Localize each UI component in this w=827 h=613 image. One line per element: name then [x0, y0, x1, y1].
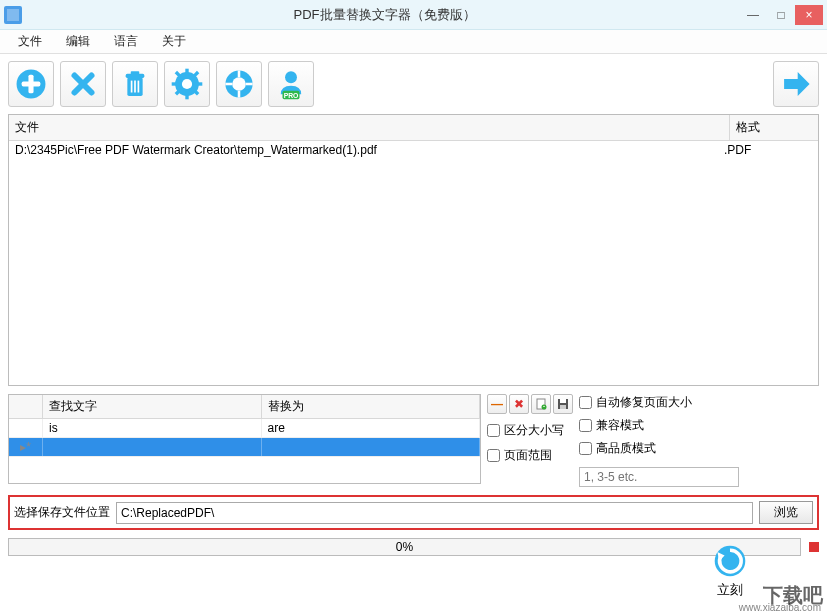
svg-point-22 — [232, 77, 246, 91]
help-button[interactable] — [216, 61, 262, 107]
compat-label: 兼容模式 — [596, 417, 644, 434]
auto-fix-label: 自动修复页面大小 — [596, 394, 692, 411]
auto-fix-check[interactable]: 自动修复页面大小 — [579, 394, 739, 411]
x-icon — [66, 67, 100, 101]
remove-button[interactable] — [60, 61, 106, 107]
watermark-url: www.xiazaiba.com — [739, 602, 821, 613]
next-button[interactable] — [773, 61, 819, 107]
find-cell-new[interactable] — [43, 438, 262, 456]
svg-point-12 — [182, 79, 192, 89]
menubar: 文件 编辑 语言 关于 — [0, 30, 827, 54]
svg-text:PRO: PRO — [284, 92, 299, 99]
page-range-checkbox[interactable] — [487, 449, 500, 462]
settings-button[interactable] — [164, 61, 210, 107]
browse-button[interactable]: 浏览 — [759, 501, 813, 524]
pro-button[interactable]: PRO — [268, 61, 314, 107]
svg-point-27 — [285, 71, 297, 83]
page-range-check[interactable]: 页面范围 — [487, 447, 573, 464]
app-icon — [4, 6, 22, 24]
find-cell[interactable]: is — [43, 419, 262, 437]
file-list: 文件 格式 D:\2345Pic\Free PDF Watermark Crea… — [8, 114, 819, 386]
minimize-button[interactable]: — — [739, 5, 767, 25]
replace-header-grip — [9, 395, 43, 418]
auto-fix-checkbox[interactable] — [579, 396, 592, 409]
hq-check[interactable]: 高品质模式 — [579, 440, 739, 457]
gear-icon — [170, 67, 204, 101]
titlebar: PDF批量替换文字器（免费版） — □ × — [0, 0, 827, 30]
refresh-icon — [712, 543, 748, 579]
mini-save-button[interactable] — [553, 394, 573, 414]
replace-row[interactable]: is are — [9, 419, 480, 438]
row-grip — [9, 419, 43, 437]
hq-checkbox[interactable] — [579, 442, 592, 455]
save-path-row: 选择保存文件位置 浏览 — [8, 495, 819, 530]
hq-label: 高品质模式 — [596, 440, 656, 457]
window-title: PDF批量替换文字器（免费版） — [30, 6, 739, 24]
row-grip-new: ▸* — [9, 438, 43, 456]
right-checks: 自动修复页面大小 兼容模式 高品质模式 — [579, 394, 739, 487]
menu-file[interactable]: 文件 — [8, 31, 52, 52]
replace-header: 查找文字 替换为 — [9, 395, 480, 419]
replace-cell-new[interactable] — [262, 438, 481, 456]
svg-rect-16 — [196, 82, 203, 85]
file-cell-name: D:\2345Pic\Free PDF Watermark Creator\te… — [15, 143, 724, 157]
file-cell-format: .PDF — [724, 143, 812, 157]
page-range-input[interactable] — [579, 467, 739, 487]
svg-rect-2 — [22, 81, 41, 86]
maximize-button[interactable]: □ — [767, 5, 795, 25]
file-list-header: 文件 格式 — [9, 115, 818, 141]
add-button[interactable] — [8, 61, 54, 107]
save-path-input[interactable] — [116, 502, 753, 524]
file-row[interactable]: D:\2345Pic\Free PDF Watermark Creator\te… — [9, 141, 818, 159]
svg-rect-34 — [560, 405, 566, 409]
pro-icon: PRO — [274, 67, 308, 101]
toolbar: PRO — [0, 54, 827, 114]
svg-rect-14 — [185, 93, 188, 100]
mini-open-button[interactable] — [531, 394, 551, 414]
mini-toolbar: — ✖ — [487, 394, 573, 414]
page-range-label: 页面范围 — [504, 447, 552, 464]
svg-rect-7 — [131, 71, 140, 74]
close-button[interactable]: × — [795, 5, 823, 25]
replace-header-replace[interactable]: 替换为 — [262, 395, 481, 418]
replace-table: 查找文字 替换为 is are ▸* — [8, 394, 481, 484]
document-icon — [535, 398, 547, 410]
options-panel: — ✖ 区分大小写 页面范围 自动修复页面大小 兼容模式 高品质模式 — [487, 394, 819, 487]
case-sensitive-check[interactable]: 区分大小写 — [487, 422, 573, 439]
svg-rect-33 — [560, 399, 566, 403]
mini-delete-row-button[interactable]: — — [487, 394, 507, 414]
menu-about[interactable]: 关于 — [152, 31, 196, 52]
run-label: 立刻 — [717, 581, 743, 599]
replace-row-new[interactable]: ▸* — [9, 438, 480, 457]
lifebuoy-icon — [222, 67, 256, 101]
save-icon — [557, 398, 569, 410]
svg-rect-15 — [172, 82, 179, 85]
file-header-name[interactable]: 文件 — [9, 115, 730, 140]
mini-delete-all-button[interactable]: ✖ — [509, 394, 529, 414]
svg-rect-13 — [185, 69, 188, 76]
replace-cell[interactable]: are — [262, 419, 481, 437]
save-path-label: 选择保存文件位置 — [14, 504, 110, 521]
compat-checkbox[interactable] — [579, 419, 592, 432]
bottom-section: 查找文字 替换为 is are ▸* — ✖ 区 — [8, 394, 819, 487]
clear-button[interactable] — [112, 61, 158, 107]
case-label: 区分大小写 — [504, 422, 564, 439]
case-checkbox[interactable] — [487, 424, 500, 437]
replace-header-find[interactable]: 查找文字 — [43, 395, 262, 418]
trash-icon — [118, 67, 152, 101]
menu-language[interactable]: 语言 — [104, 31, 148, 52]
arrow-right-icon — [779, 67, 813, 101]
plus-icon — [14, 67, 48, 101]
compat-check[interactable]: 兼容模式 — [579, 417, 739, 434]
menu-edit[interactable]: 编辑 — [56, 31, 100, 52]
file-header-format[interactable]: 格式 — [730, 115, 818, 140]
